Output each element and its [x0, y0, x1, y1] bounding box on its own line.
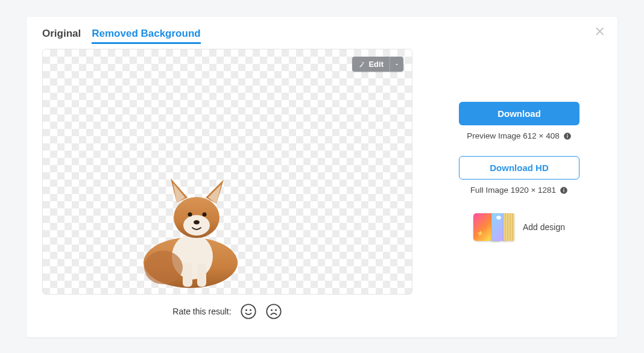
wand-icon — [358, 61, 365, 68]
preview-dimensions: Preview Image 612 × 408 — [467, 131, 571, 140]
frown-icon — [265, 303, 282, 320]
info-icon[interactable] — [560, 186, 568, 195]
edit-dropdown-button[interactable] — [390, 57, 403, 72]
full-dimensions-label: Full Image 1920 × 1281 — [470, 186, 556, 195]
svg-point-12 — [250, 309, 251, 311]
design-thumbnails — [473, 213, 514, 242]
actions-column: Download Preview Image 612 × 408 Downloa… — [437, 49, 602, 320]
edit-button-group: Edit — [352, 57, 403, 72]
close-icon — [595, 25, 607, 37]
edit-button[interactable]: Edit — [352, 57, 390, 72]
preview-column: Edit — [42, 49, 412, 320]
rating-row: Rate this result: — [42, 303, 412, 320]
download-hd-button[interactable]: Download HD — [459, 156, 579, 180]
svg-point-6 — [188, 213, 192, 217]
edit-button-label: Edit — [368, 60, 384, 69]
rate-bad-button[interactable] — [265, 303, 282, 320]
svg-point-5 — [183, 215, 210, 236]
smile-icon — [240, 303, 257, 320]
info-icon[interactable] — [563, 132, 572, 140]
close-button[interactable] — [595, 25, 607, 37]
svg-point-10 — [241, 304, 255, 318]
svg-rect-2 — [183, 263, 192, 287]
svg-point-9 — [144, 251, 183, 284]
chevron-down-icon — [394, 61, 400, 67]
preview-dimensions-label: Preview Image 612 × 408 — [467, 131, 559, 140]
full-dimensions: Full Image 1920 × 1281 — [470, 186, 568, 195]
svg-point-21 — [563, 188, 564, 189]
svg-rect-3 — [197, 264, 206, 287]
svg-point-18 — [567, 134, 568, 135]
tab-original[interactable]: Original — [42, 28, 81, 42]
svg-rect-17 — [567, 135, 567, 137]
add-design-button[interactable]: Add design — [473, 213, 565, 242]
svg-point-14 — [271, 309, 273, 311]
rate-good-button[interactable] — [240, 303, 257, 320]
tabs: Original Removed Background — [42, 28, 602, 44]
design-thumb-3 — [504, 213, 514, 241]
result-image — [127, 160, 260, 293]
svg-point-8 — [194, 220, 200, 225]
svg-point-7 — [203, 213, 207, 217]
svg-rect-20 — [564, 189, 564, 192]
rating-prompt: Rate this result: — [172, 307, 231, 316]
svg-point-15 — [275, 309, 277, 311]
content-row: Edit — [42, 49, 602, 320]
add-design-label: Add design — [523, 222, 565, 232]
result-card: Original Removed Background Edit — [27, 17, 617, 337]
tab-removed-background[interactable]: Removed Background — [92, 28, 200, 44]
download-button[interactable]: Download — [459, 102, 579, 125]
preview-frame: Edit — [42, 49, 412, 295]
svg-point-13 — [267, 304, 280, 318]
svg-point-11 — [245, 309, 247, 311]
